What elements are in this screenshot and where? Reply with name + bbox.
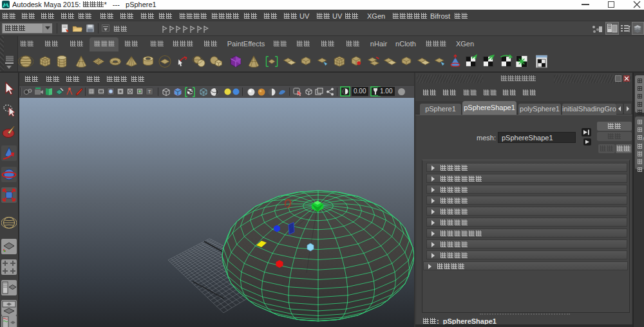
svg-text:T: T [148, 89, 151, 95]
